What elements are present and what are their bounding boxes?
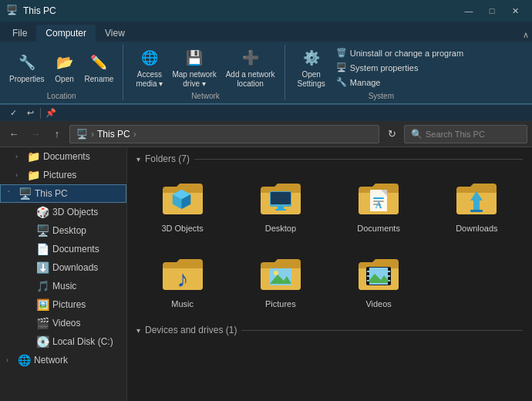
videos-icon: 🎬 bbox=[35, 317, 49, 329]
documents-icon: 📄 bbox=[35, 243, 49, 255]
sidebar-item-desktop[interactable]: 🖥️ Desktop bbox=[0, 221, 126, 240]
sidebar-label: Pictures bbox=[52, 299, 86, 310]
folder-pictures[interactable]: Pictures bbox=[234, 246, 326, 315]
open-button[interactable]: 📂 Open bbox=[51, 50, 79, 86]
sidebar-item-videos[interactable]: 🎬 Videos bbox=[0, 314, 126, 332]
tab-computer[interactable]: Computer bbox=[36, 25, 96, 42]
sidebar-item-music[interactable]: 🎵 Music bbox=[0, 277, 126, 295]
refresh-button[interactable]: ↻ bbox=[382, 125, 401, 143]
devices-section-header[interactable]: ▾ Devices and drives (1) bbox=[136, 325, 523, 335]
folder-desktop[interactable]: Desktop bbox=[234, 170, 326, 240]
folder-downloads-label: Downloads bbox=[456, 224, 497, 233]
window-icon: 🖥️ bbox=[6, 5, 19, 17]
uninstall-icon: 🗑️ bbox=[336, 48, 347, 58]
tab-file[interactable]: File bbox=[3, 25, 36, 42]
manage-label: Manage bbox=[350, 78, 381, 87]
system-properties-label: System properties bbox=[350, 63, 419, 72]
access-media-button[interactable]: 🌐 Accessmedia ▾ bbox=[133, 45, 166, 90]
sidebar-label: Downloads bbox=[52, 262, 98, 273]
search-box[interactable]: 🔍 Search This PC bbox=[404, 125, 527, 143]
qa-customize-button[interactable]: ✓ bbox=[6, 106, 20, 120]
sidebar-item-pictures-quick[interactable]: › 📁 Pictures bbox=[0, 166, 126, 184]
svg-rect-14 bbox=[470, 210, 483, 212]
up-button[interactable]: ↑ bbox=[48, 125, 66, 143]
maximize-button[interactable]: □ bbox=[481, 3, 503, 19]
forward-button[interactable]: → bbox=[26, 125, 45, 143]
folder-desktop-label: Desktop bbox=[265, 224, 296, 233]
sidebar-item-local-disk[interactable]: 💽 Local Disk (C:) bbox=[0, 332, 126, 351]
computer-icon: 🖥️ bbox=[18, 187, 32, 200]
svg-rect-25 bbox=[366, 281, 369, 285]
open-settings-button[interactable]: ⚙️ OpenSettings bbox=[295, 45, 328, 90]
content-area: ▾ Folders (7) bbox=[127, 147, 532, 401]
sidebar-label: Desktop bbox=[52, 225, 86, 236]
search-icon: 🔍 bbox=[411, 129, 423, 140]
uninstall-button[interactable]: 🗑️ Uninstall or change a program bbox=[332, 46, 468, 59]
open-label: Open bbox=[55, 75, 73, 84]
rename-label: Rename bbox=[85, 75, 114, 84]
sidebar-item-downloads[interactable]: ⬇️ Downloads bbox=[0, 258, 126, 277]
folder-downloads[interactable]: Downloads bbox=[431, 170, 523, 240]
map-network-icon: 💾 bbox=[184, 47, 205, 69]
folder-3d-objects[interactable]: 3D Objects bbox=[136, 170, 228, 240]
address-bar: ← → ↑ 🖥️ › This PC › ↻ 🔍 Search This PC bbox=[0, 121, 532, 147]
disk-icon: 💽 bbox=[35, 335, 49, 348]
map-network-button[interactable]: 💾 Map networkdrive ▾ bbox=[169, 45, 219, 90]
folder-music-label: Music bbox=[171, 299, 194, 308]
title-bar: 🖥️ This PC — □ ✕ bbox=[0, 0, 532, 22]
sidebar-item-network[interactable]: › 🌐 Network bbox=[0, 351, 126, 369]
sidebar-label: Pictures bbox=[43, 170, 76, 180]
sidebar-label: 3D Objects bbox=[52, 207, 98, 217]
path-separator-2: › bbox=[133, 129, 136, 140]
folder-icon-downloads bbox=[452, 177, 501, 221]
close-button[interactable]: ✕ bbox=[504, 3, 526, 19]
section-divider bbox=[194, 159, 523, 160]
qa-undo-button[interactable]: ↩ bbox=[23, 106, 37, 120]
address-path[interactable]: 🖥️ › This PC › bbox=[69, 125, 379, 143]
properties-label: Properties bbox=[9, 75, 45, 84]
svg-rect-26 bbox=[388, 268, 391, 271]
svg-rect-27 bbox=[388, 272, 391, 275]
sidebar-item-3d-objects[interactable]: 🎲 3D Objects bbox=[0, 203, 126, 221]
folder-documents[interactable]: A Documents bbox=[333, 170, 425, 240]
properties-icon: 🔧 bbox=[16, 52, 38, 73]
folder-icon-documents: A bbox=[354, 177, 403, 221]
sidebar-label: Network bbox=[34, 355, 68, 366]
rename-button[interactable]: ✏️ Rename bbox=[82, 50, 117, 86]
ribbon-group-location: 🔧 Properties 📂 Open ✏️ Rename Location bbox=[6, 45, 123, 100]
search-placeholder: Search This PC bbox=[426, 130, 485, 139]
folder-music[interactable]: ♪ Music bbox=[136, 246, 228, 315]
ribbon-group-network: 🌐 Accessmedia ▾ 💾 Map networkdrive ▾ ➕ A… bbox=[133, 45, 285, 100]
settings-label: OpenSettings bbox=[298, 70, 325, 89]
add-network-button[interactable]: ➕ Add a networklocation bbox=[223, 45, 278, 90]
svg-rect-23 bbox=[366, 272, 369, 275]
folders-grid: 3D Objects Desktop bbox=[136, 170, 523, 315]
ribbon-collapse-button[interactable]: ∧ bbox=[523, 30, 529, 40]
ribbon-tab-bar: File Computer View ∧ bbox=[0, 22, 532, 42]
qa-pin-button[interactable]: 📌 bbox=[44, 106, 58, 120]
svg-text:A: A bbox=[375, 200, 382, 211]
back-button[interactable]: ← bbox=[5, 125, 23, 143]
tab-view[interactable]: View bbox=[96, 25, 134, 42]
svg-rect-9 bbox=[373, 197, 384, 199]
section-chevron-icon: ▾ bbox=[136, 326, 140, 335]
open-icon: 📂 bbox=[54, 52, 76, 73]
sidebar-item-documents[interactable]: 📄 Documents bbox=[0, 240, 126, 258]
pictures-icon: 🖼️ bbox=[35, 298, 49, 311]
sidebar: › 📁 Documents › 📁 Pictures ˅ 🖥️ This PC … bbox=[0, 147, 127, 401]
sidebar-item-pictures[interactable]: 🖼️ Pictures bbox=[0, 295, 126, 314]
system-properties-button[interactable]: 🖥️ System properties bbox=[332, 61, 468, 74]
sidebar-item-documents-quick[interactable]: › 📁 Documents bbox=[0, 147, 126, 166]
folders-section-header[interactable]: ▾ Folders (7) bbox=[136, 153, 523, 164]
downloads-icon: ⬇️ bbox=[35, 261, 49, 274]
access-media-label: Accessmedia ▾ bbox=[136, 70, 163, 89]
minimize-button[interactable]: — bbox=[458, 3, 480, 19]
location-group-label: Location bbox=[47, 92, 76, 100]
manage-button[interactable]: 🔧 Manage bbox=[332, 76, 468, 89]
properties-button[interactable]: 🔧 Properties bbox=[6, 50, 48, 86]
access-media-icon: 🌐 bbox=[139, 47, 160, 69]
folder-videos[interactable]: Videos bbox=[333, 246, 425, 315]
section-chevron-icon: ▾ bbox=[136, 155, 140, 163]
rename-icon: ✏️ bbox=[88, 52, 109, 73]
sidebar-item-this-pc[interactable]: ˅ 🖥️ This PC bbox=[0, 184, 126, 203]
